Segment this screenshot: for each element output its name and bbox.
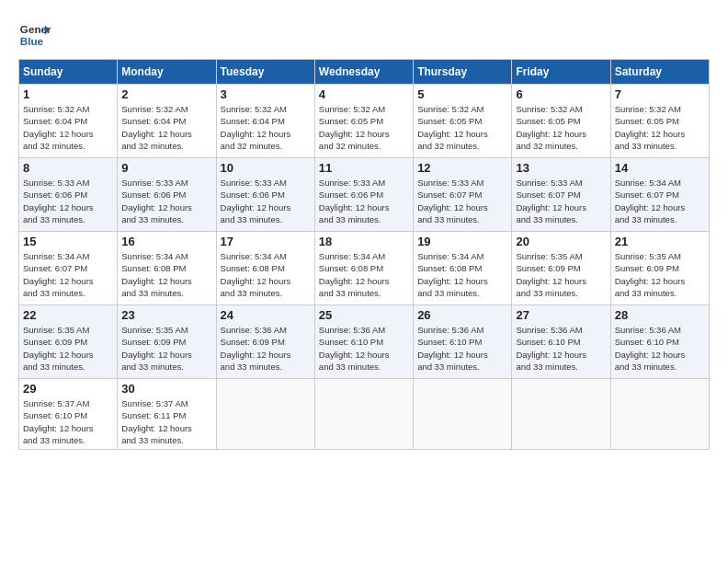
calendar-cell: 13Sunrise: 5:33 AM Sunset: 6:07 PM Dayli… [512,158,610,232]
calendar-cell: 23Sunrise: 5:35 AM Sunset: 6:09 PM Dayli… [118,305,216,379]
day-number: 3 [221,87,311,101]
day-sun-info: Sunrise: 5:33 AM Sunset: 6:06 PM Dayligh… [121,177,211,225]
day-number: 14 [615,161,705,175]
day-sun-info: Sunrise: 5:36 AM Sunset: 6:10 PM Dayligh… [615,324,705,373]
day-of-week-header: Monday [118,60,216,85]
calendar-cell: 24Sunrise: 5:36 AM Sunset: 6:09 PM Dayli… [216,305,314,379]
day-sun-info: Sunrise: 5:35 AM Sunset: 6:09 PM Dayligh… [516,250,606,299]
day-number: 6 [516,87,606,101]
day-number: 1 [23,87,113,101]
day-sun-info: Sunrise: 5:34 AM Sunset: 6:08 PM Dayligh… [121,250,211,299]
calendar-cell: 1Sunrise: 5:32 AM Sunset: 6:04 PM Daylig… [19,85,118,158]
calendar-cell: 30Sunrise: 5:37 AM Sunset: 6:11 PM Dayli… [118,379,216,450]
day-number: 24 [221,308,311,322]
day-number: 7 [615,87,705,101]
day-sun-info: Sunrise: 5:33 AM Sunset: 6:06 PM Dayligh… [23,177,113,225]
calendar-cell: 18Sunrise: 5:34 AM Sunset: 6:08 PM Dayli… [314,232,413,305]
day-number: 23 [121,308,211,322]
day-number: 10 [221,161,311,175]
calendar-cell: 22Sunrise: 5:35 AM Sunset: 6:09 PM Dayli… [19,305,118,379]
calendar-cell: 16Sunrise: 5:34 AM Sunset: 6:08 PM Dayli… [118,232,216,305]
calendar-cell: 5Sunrise: 5:32 AM Sunset: 6:05 PM Daylig… [414,85,512,158]
day-of-week-header: Thursday [414,60,512,85]
day-number: 28 [615,308,705,322]
page-header: General Blue [18,18,710,52]
calendar-table: SundayMondayTuesdayWednesdayThursdayFrid… [18,59,710,450]
day-of-week-header: Tuesday [216,60,314,85]
day-number: 4 [319,87,409,101]
day-sun-info: Sunrise: 5:33 AM Sunset: 6:07 PM Dayligh… [417,177,507,225]
day-sun-info: Sunrise: 5:33 AM Sunset: 6:07 PM Dayligh… [516,177,606,225]
calendar-cell: 14Sunrise: 5:34 AM Sunset: 6:07 PM Dayli… [610,158,709,232]
day-sun-info: Sunrise: 5:35 AM Sunset: 6:09 PM Dayligh… [615,250,705,299]
day-number: 2 [121,87,211,101]
calendar-cell: 19Sunrise: 5:34 AM Sunset: 6:08 PM Dayli… [414,232,512,305]
calendar-cell: 2Sunrise: 5:32 AM Sunset: 6:04 PM Daylig… [118,85,216,158]
calendar-cell: 28Sunrise: 5:36 AM Sunset: 6:10 PM Dayli… [610,305,709,379]
svg-text:Blue: Blue [20,35,44,47]
calendar-cell: 29Sunrise: 5:37 AM Sunset: 6:10 PM Dayli… [19,379,118,450]
day-number: 16 [121,235,211,248]
day-sun-info: Sunrise: 5:35 AM Sunset: 6:09 PM Dayligh… [23,324,113,373]
day-sun-info: Sunrise: 5:32 AM Sunset: 6:04 PM Dayligh… [121,103,211,152]
calendar-cell: 26Sunrise: 5:36 AM Sunset: 6:10 PM Dayli… [414,305,512,379]
day-number: 15 [23,235,113,248]
day-number: 8 [23,161,113,175]
day-number: 18 [319,235,409,248]
day-number: 21 [615,235,705,248]
day-number: 11 [319,161,409,175]
calendar-cell [512,379,610,450]
day-of-week-header: Wednesday [314,60,413,85]
day-number: 19 [417,235,507,248]
day-number: 22 [23,308,113,322]
calendar-cell [610,379,709,450]
day-sun-info: Sunrise: 5:32 AM Sunset: 6:04 PM Dayligh… [221,103,311,152]
day-sun-info: Sunrise: 5:33 AM Sunset: 6:06 PM Dayligh… [319,177,409,225]
day-sun-info: Sunrise: 5:34 AM Sunset: 6:07 PM Dayligh… [615,177,705,225]
day-sun-info: Sunrise: 5:33 AM Sunset: 6:06 PM Dayligh… [221,177,311,225]
day-sun-info: Sunrise: 5:34 AM Sunset: 6:08 PM Dayligh… [319,250,409,299]
day-sun-info: Sunrise: 5:37 AM Sunset: 6:11 PM Dayligh… [121,397,211,446]
day-number: 29 [23,382,113,396]
day-number: 27 [516,308,606,322]
calendar-cell: 21Sunrise: 5:35 AM Sunset: 6:09 PM Dayli… [610,232,709,305]
calendar-cell: 27Sunrise: 5:36 AM Sunset: 6:10 PM Dayli… [512,305,610,379]
day-number: 30 [121,382,211,396]
day-sun-info: Sunrise: 5:36 AM Sunset: 6:10 PM Dayligh… [417,324,507,373]
day-sun-info: Sunrise: 5:32 AM Sunset: 6:05 PM Dayligh… [615,103,705,152]
day-sun-info: Sunrise: 5:32 AM Sunset: 6:05 PM Dayligh… [319,103,409,152]
calendar-cell: 12Sunrise: 5:33 AM Sunset: 6:07 PM Dayli… [414,158,512,232]
calendar-cell: 8Sunrise: 5:33 AM Sunset: 6:06 PM Daylig… [19,158,118,232]
day-number: 9 [121,161,211,175]
day-sun-info: Sunrise: 5:35 AM Sunset: 6:09 PM Dayligh… [121,324,211,373]
logo-icon: General Blue [18,18,51,52]
day-sun-info: Sunrise: 5:36 AM Sunset: 6:10 PM Dayligh… [319,324,409,373]
calendar-cell: 25Sunrise: 5:36 AM Sunset: 6:10 PM Dayli… [314,305,413,379]
logo: General Blue [18,18,51,52]
calendar-cell [314,379,413,450]
day-number: 5 [417,87,507,101]
day-number: 13 [516,161,606,175]
day-number: 12 [417,161,507,175]
day-sun-info: Sunrise: 5:34 AM Sunset: 6:08 PM Dayligh… [221,250,311,299]
calendar-cell: 9Sunrise: 5:33 AM Sunset: 6:06 PM Daylig… [118,158,216,232]
calendar-cell: 6Sunrise: 5:32 AM Sunset: 6:05 PM Daylig… [512,85,610,158]
calendar-cell: 20Sunrise: 5:35 AM Sunset: 6:09 PM Dayli… [512,232,610,305]
calendar-cell: 17Sunrise: 5:34 AM Sunset: 6:08 PM Dayli… [216,232,314,305]
day-of-week-header: Friday [512,60,610,85]
calendar-cell: 11Sunrise: 5:33 AM Sunset: 6:06 PM Dayli… [314,158,413,232]
day-sun-info: Sunrise: 5:36 AM Sunset: 6:09 PM Dayligh… [221,324,311,373]
calendar-cell: 4Sunrise: 5:32 AM Sunset: 6:05 PM Daylig… [314,85,413,158]
day-number: 25 [319,308,409,322]
day-sun-info: Sunrise: 5:32 AM Sunset: 6:05 PM Dayligh… [417,103,507,152]
calendar-cell: 10Sunrise: 5:33 AM Sunset: 6:06 PM Dayli… [216,158,314,232]
calendar-cell: 3Sunrise: 5:32 AM Sunset: 6:04 PM Daylig… [216,85,314,158]
day-sun-info: Sunrise: 5:32 AM Sunset: 6:04 PM Dayligh… [23,103,113,152]
day-sun-info: Sunrise: 5:37 AM Sunset: 6:10 PM Dayligh… [23,397,113,446]
calendar-cell [216,379,314,450]
day-of-week-header: Sunday [19,60,118,85]
day-number: 17 [221,235,311,248]
day-sun-info: Sunrise: 5:32 AM Sunset: 6:05 PM Dayligh… [516,103,606,152]
calendar-cell: 15Sunrise: 5:34 AM Sunset: 6:07 PM Dayli… [19,232,118,305]
day-sun-info: Sunrise: 5:34 AM Sunset: 6:07 PM Dayligh… [23,250,113,299]
